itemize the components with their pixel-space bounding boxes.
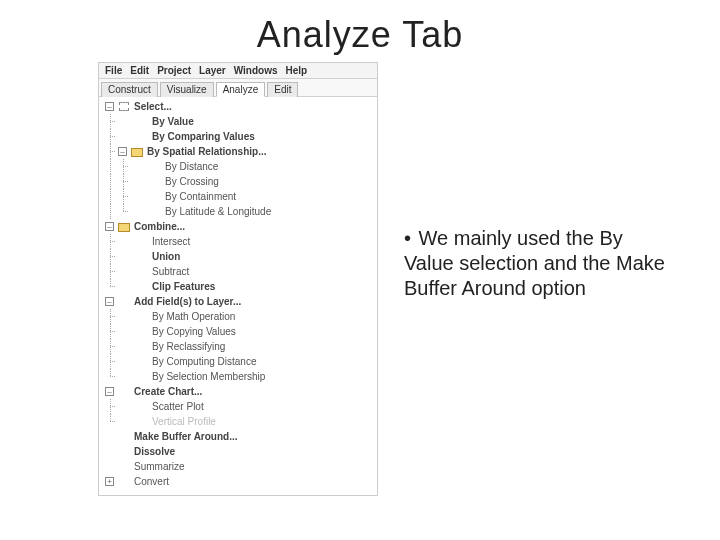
collapse-icon[interactable]: – xyxy=(105,102,114,111)
tree-label: Clip Features xyxy=(152,281,215,292)
tree-label: By Distance xyxy=(165,161,218,172)
menu-edit[interactable]: Edit xyxy=(126,64,153,77)
collapse-icon[interactable]: – xyxy=(105,222,114,231)
tree-chart[interactable]: – Create Chart... xyxy=(105,384,377,399)
tree-label: Intersect xyxy=(152,236,190,247)
globe-icon xyxy=(148,205,162,218)
tree-label: Summarize xyxy=(134,461,185,472)
layer-icon xyxy=(117,295,131,308)
union-icon xyxy=(135,250,149,263)
menu-layer[interactable]: Layer xyxy=(195,64,230,77)
tree-selmember[interactable]: By Selection Membership xyxy=(105,369,377,384)
tree-label: By Crossing xyxy=(165,176,219,187)
reclassify-icon xyxy=(135,340,149,353)
bullet-icon: • xyxy=(404,226,411,251)
tree-label: Combine... xyxy=(134,221,185,232)
menu-project[interactable]: Project xyxy=(153,64,195,77)
tree-intersect[interactable]: Intersect xyxy=(105,234,377,249)
chart-icon xyxy=(117,385,131,398)
tree-label: By Computing Distance xyxy=(152,356,257,367)
tree-subtract[interactable]: Subtract xyxy=(105,264,377,279)
menu-help[interactable]: Help xyxy=(282,64,312,77)
table-icon xyxy=(135,115,149,128)
tree-math[interactable]: By Math Operation xyxy=(105,309,377,324)
scissors-icon xyxy=(135,280,149,293)
tree-combine[interactable]: – Combine... xyxy=(105,219,377,234)
slide-bullet-text: We mainly used the By Value selection an… xyxy=(404,227,665,299)
tree-label: By Spatial Relationship... xyxy=(147,146,266,157)
crossing-icon xyxy=(148,175,162,188)
tree-label: By Math Operation xyxy=(152,311,235,322)
tree-by-distance[interactable]: By Distance xyxy=(105,159,377,174)
tree-label: Add Field(s) to Layer... xyxy=(134,296,241,307)
calculator-icon xyxy=(135,310,149,323)
menubar: File Edit Project Layer Windows Help xyxy=(99,63,377,79)
tree-label: By Latitude & Longitude xyxy=(165,206,271,217)
collapse-icon[interactable]: – xyxy=(105,297,114,306)
tree-convert[interactable]: + Convert xyxy=(105,474,377,489)
tree-by-comparing[interactable]: By Comparing Values xyxy=(105,129,377,144)
tree-addfields[interactable]: – Add Field(s) to Layer... xyxy=(105,294,377,309)
profile-icon xyxy=(135,415,149,428)
intersect-icon xyxy=(135,235,149,248)
tab-visualize[interactable]: Visualize xyxy=(160,82,214,97)
tab-construct[interactable]: Construct xyxy=(101,82,158,97)
tree-label: By Comparing Values xyxy=(152,131,255,142)
scatter-icon xyxy=(135,400,149,413)
tree-by-latlon[interactable]: By Latitude & Longitude xyxy=(105,204,377,219)
tree-label: By Selection Membership xyxy=(152,371,265,382)
tree-summarize[interactable]: Summarize xyxy=(105,459,377,474)
tree-label: Create Chart... xyxy=(134,386,202,397)
tree-scatter[interactable]: Scatter Plot xyxy=(105,399,377,414)
analyze-tree: – Select... By Value By Comparing Values… xyxy=(99,97,377,495)
slide-title: Analyze Tab xyxy=(257,14,463,56)
tree-select[interactable]: – Select... xyxy=(105,99,377,114)
collapse-icon[interactable]: – xyxy=(118,147,127,156)
tree-copy[interactable]: By Copying Values xyxy=(105,324,377,339)
tree-label: Convert xyxy=(134,476,169,487)
menu-file[interactable]: File xyxy=(101,64,126,77)
points-icon xyxy=(148,160,162,173)
tree-spatial[interactable]: – By Spatial Relationship... xyxy=(105,144,377,159)
tree-clip[interactable]: Clip Features xyxy=(105,279,377,294)
dissolve-icon xyxy=(117,445,131,458)
tree-label: By Copying Values xyxy=(152,326,236,337)
app-panel: File Edit Project Layer Windows Help Con… xyxy=(98,62,378,496)
copy-icon xyxy=(135,325,149,338)
convert-icon xyxy=(117,475,131,488)
tree-union[interactable]: Union xyxy=(105,249,377,264)
folder-icon xyxy=(130,145,144,158)
buffer-icon xyxy=(117,430,131,443)
tree-label: Union xyxy=(152,251,180,262)
tree-by-value[interactable]: By Value xyxy=(105,114,377,129)
tree-reclass[interactable]: By Reclassifying xyxy=(105,339,377,354)
distance-icon xyxy=(135,355,149,368)
tree-by-containment[interactable]: By Containment xyxy=(105,189,377,204)
containment-icon xyxy=(148,190,162,203)
tree-label: Dissolve xyxy=(134,446,175,457)
collapse-icon[interactable]: – xyxy=(105,387,114,396)
tree-label: Make Buffer Around... xyxy=(134,431,238,442)
tab-edit[interactable]: Edit xyxy=(267,82,298,97)
tree-label: By Containment xyxy=(165,191,236,202)
tree-compdist[interactable]: By Computing Distance xyxy=(105,354,377,369)
sigma-icon xyxy=(117,460,131,473)
tree-dissolve[interactable]: Dissolve xyxy=(105,444,377,459)
subtract-icon xyxy=(135,265,149,278)
tree-label: Subtract xyxy=(152,266,189,277)
compare-icon xyxy=(135,130,149,143)
folder-icon xyxy=(117,220,131,233)
tree-buffer[interactable]: Make Buffer Around... xyxy=(105,429,377,444)
tree-profile: Vertical Profile xyxy=(105,414,377,429)
tree-label: By Value xyxy=(152,116,194,127)
tree-by-crossing[interactable]: By Crossing xyxy=(105,174,377,189)
menu-windows[interactable]: Windows xyxy=(230,64,282,77)
select-icon xyxy=(117,100,131,113)
tab-analyze[interactable]: Analyze xyxy=(216,82,266,97)
tree-label: Select... xyxy=(134,101,172,112)
tree-label: Scatter Plot xyxy=(152,401,204,412)
tree-label: By Reclassifying xyxy=(152,341,225,352)
slide-bullet: • We mainly used the By Value selection … xyxy=(404,226,676,301)
tabbar: Construct Visualize Analyze Edit xyxy=(99,79,377,97)
expand-icon[interactable]: + xyxy=(105,477,114,486)
